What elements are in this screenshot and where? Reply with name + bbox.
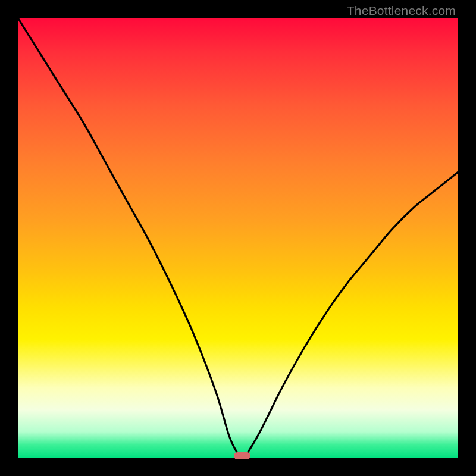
bottleneck-curve	[18, 18, 458, 458]
bottleneck-minimum-marker	[234, 452, 250, 459]
watermark-label: TheBottleneck.com	[347, 4, 456, 18]
plot-area	[18, 18, 458, 458]
chart-frame: TheBottleneck.com	[0, 0, 476, 476]
